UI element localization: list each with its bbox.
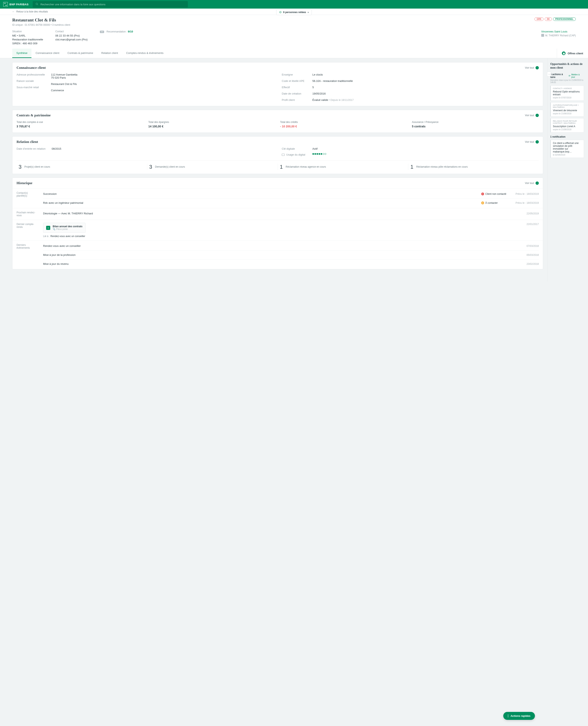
see-all-label: Voir tout bbox=[525, 182, 534, 185]
hist-label: Dernier compte-rendu bbox=[17, 223, 39, 229]
person-icon bbox=[541, 34, 544, 37]
attachment-card[interactable]: ≡ Bilan annuel des contrats 📎 Pièce join… bbox=[43, 223, 86, 233]
card-historique: Historique Voir tout › Contact(s) planif… bbox=[12, 178, 543, 269]
action-category: CONTACT • AGENCE bbox=[553, 87, 582, 89]
action-title: Rebond Optin email/sms entrant bbox=[553, 90, 582, 96]
contact-col: Contact 06 22 33 44 55 (Pro) clot.marc@g… bbox=[55, 30, 88, 45]
device-icon bbox=[282, 154, 285, 156]
client-header: Restaurant Clot & Fils ID unique : 01 67… bbox=[0, 15, 588, 48]
tab-synthese[interactable]: Synthèse bbox=[12, 48, 31, 58]
kc-value: 112 Avenue Gambetta 75 020 Paris bbox=[51, 73, 77, 79]
rc-stat: 3Projet(s) client en cours bbox=[17, 164, 147, 170]
svg-point-0 bbox=[36, 3, 38, 4]
cp-see-all[interactable]: Voir tout › bbox=[525, 114, 539, 117]
svg-line-1 bbox=[37, 4, 38, 5]
tab-bar: Synthèse Connaissance client Contrats & … bbox=[0, 48, 588, 58]
action-expiry: expire le 07/07/2018 bbox=[553, 97, 582, 99]
kc-value: Commerce bbox=[51, 89, 77, 92]
action-expiry: expire le 21/08/2018 bbox=[553, 128, 582, 131]
hist-label: Contact(s) planifié(s) bbox=[17, 192, 39, 197]
phone-value: 06 22 33 44 55 (Pro) bbox=[55, 34, 88, 37]
rc-see-all[interactable]: Voir tout › bbox=[525, 140, 539, 144]
linked-persons-dropdown[interactable]: ⚇ 6 personnes reliées ▾ bbox=[276, 9, 312, 15]
hist-label: Derniers évènements bbox=[17, 243, 39, 249]
contact-label: Contact bbox=[55, 30, 88, 33]
back-link[interactable]: ← Retour à la liste des résultats bbox=[12, 10, 48, 13]
rc-label: Usage du digital bbox=[286, 153, 305, 156]
usage-dot bbox=[312, 153, 314, 155]
search-icon bbox=[36, 3, 38, 6]
document-icon: ≡ bbox=[46, 226, 50, 230]
brand-text: BNP PARIBAS bbox=[9, 3, 28, 6]
usage-dot bbox=[316, 153, 318, 155]
hist-main: Rendez-vous avec un conseiller bbox=[43, 244, 510, 248]
action-card[interactable]: AUTORISATION/FORÇAGE • MULTIMÉDIAViremen… bbox=[550, 102, 584, 116]
update-link[interactable]: ⟳ Mettre à jour bbox=[569, 73, 584, 78]
hist-date: 22/01/2017 bbox=[512, 223, 539, 235]
cp-item: Total des épargnes14 100,00 € bbox=[148, 121, 275, 128]
tab-relation[interactable]: Relation client bbox=[97, 48, 122, 58]
notification-card[interactable]: Ce client a effectué une simulation de p… bbox=[550, 140, 584, 158]
kc-label: Sous-marché retail bbox=[17, 86, 45, 89]
usage-dots bbox=[312, 153, 326, 155]
search-input[interactable] bbox=[40, 3, 185, 6]
hist-date: Prévu le : 18/03/2019 bbox=[512, 193, 539, 195]
badge-grn: GRN bbox=[534, 17, 544, 21]
sub-bar: ← Retour à la liste des résultats ⚇ 6 pe… bbox=[0, 8, 588, 15]
usage-dot bbox=[320, 153, 322, 155]
kc-title: Connaissance client bbox=[17, 66, 46, 70]
search-box[interactable] bbox=[33, 1, 188, 7]
rc-text: Demande(s) client en cours bbox=[155, 165, 185, 169]
client-id: ID unique : 01 67001 84756 00000 • 3 num… bbox=[12, 23, 70, 26]
logo[interactable]: BNP PARIBAS bbox=[3, 2, 28, 6]
kc-label: Date de création bbox=[282, 92, 306, 95]
arrow-left-icon: ← bbox=[12, 10, 15, 13]
kc-label: Raison sociale bbox=[17, 80, 45, 83]
panel-toggle[interactable]: › bbox=[547, 72, 551, 77]
see-all-label: Voir tout bbox=[525, 141, 534, 143]
kc-label: Enseigne bbox=[282, 73, 306, 76]
tab-connaissance[interactable]: Connaissance client bbox=[31, 48, 63, 58]
siren-value: SIREN : 480 463 009 bbox=[12, 42, 43, 45]
hist-date: 05/03/2018 bbox=[512, 254, 539, 256]
rc-stat: 1Réclamation niveau agence en cours bbox=[278, 164, 408, 170]
hist-main: Succession bbox=[43, 192, 479, 195]
situation-label: Situation bbox=[12, 30, 43, 33]
reco-label: Recommandation : bbox=[107, 30, 127, 33]
rc-num: 3 bbox=[149, 164, 152, 170]
activity-value: Restauration traditionnelle bbox=[12, 38, 43, 41]
tab-comptes-rendus[interactable]: Comptes-rendus & événements bbox=[122, 48, 168, 58]
hist-date: Prévu le : 18/03/2019 bbox=[512, 201, 539, 205]
situation-value: ME • SARL bbox=[12, 34, 43, 37]
header-bar: BNP PARIBAS bbox=[0, 0, 588, 8]
card-relation: Relation client Voir tout › Date d'entré… bbox=[12, 136, 543, 174]
action-card[interactable]: CONTACT • AGENCERebond Optin email/sms e… bbox=[550, 86, 584, 101]
cp-item: Assurance / Prévoyance5 contrats bbox=[412, 121, 539, 128]
offers-label: Offres client bbox=[568, 52, 583, 55]
action-title: Souscription Livret A bbox=[553, 125, 582, 128]
persons-label: 6 personnes reliées bbox=[283, 11, 306, 14]
linked-value: Rendez-vous avec un conseiller bbox=[50, 235, 85, 238]
hist-see-all[interactable]: Voir tout › bbox=[525, 182, 539, 185]
logo-icon bbox=[3, 2, 8, 6]
update-label: Mettre à jour bbox=[571, 73, 584, 78]
persons-icon: ⚇ bbox=[279, 11, 281, 14]
kc-see-all[interactable]: Voir tout › bbox=[525, 66, 539, 69]
client-name: Restaurant Clot & Fils bbox=[12, 17, 70, 23]
rc-label: Clé digitale bbox=[282, 147, 306, 150]
notif-date: le 02/04/2018 bbox=[553, 154, 582, 156]
cp-label: Assurance / Prévoyance bbox=[412, 121, 539, 124]
chevron-right-icon: › bbox=[536, 114, 539, 117]
tab-offres[interactable]: ▦ Offres client bbox=[557, 48, 588, 58]
badges: GRN D0 PROFESSIONNEL bbox=[534, 17, 576, 21]
hist-status: ◷À contacter bbox=[481, 201, 510, 205]
rc-num: 1 bbox=[280, 164, 283, 170]
action-card[interactable]: RELANCE POUR RETOUR CONTRAT • MULTIMÉDIA… bbox=[550, 118, 584, 132]
last-update: Dernière mise à jour le 21/08/2019 à 14h… bbox=[550, 79, 584, 84]
tab-contrats[interactable]: Contrats & patrimoine bbox=[63, 48, 98, 58]
cp-value: 14 100,00 € bbox=[148, 125, 275, 128]
hist-main: Déontologie — Avec M. THIERRY Richard bbox=[43, 212, 510, 215]
hist-contact-item: Succession !Client non contacté Prévu le… bbox=[43, 192, 539, 196]
cp-title: Contrats & patrimoine bbox=[17, 113, 50, 118]
hist-date: 07/03/2018 bbox=[512, 244, 539, 248]
